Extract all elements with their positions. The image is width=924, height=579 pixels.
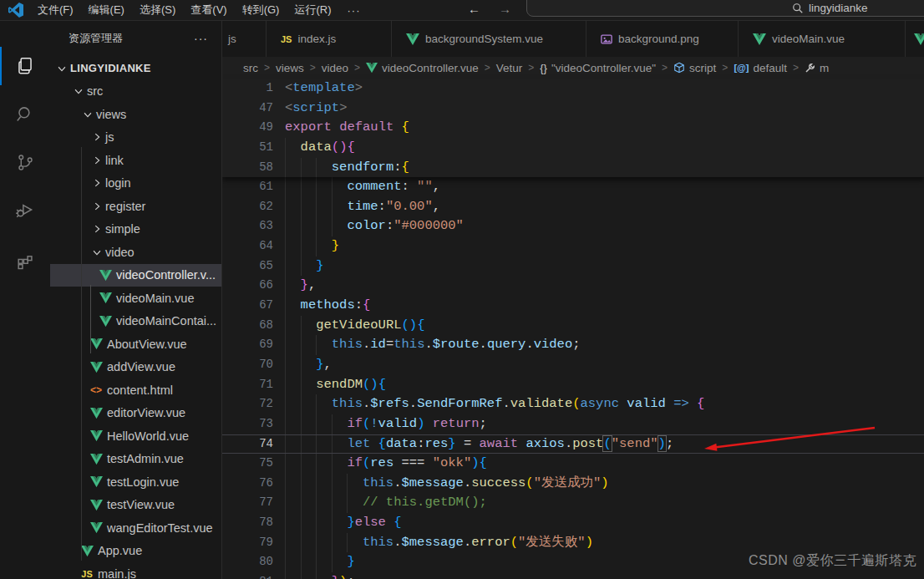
code-line-70[interactable]: 70 },	[222, 355, 924, 375]
tree-item-main-js[interactable]: JSmain.js	[50, 562, 221, 579]
code-line-74[interactable]: 74 let {data:res} = await axios.post("se…	[222, 434, 924, 455]
tree-item-register[interactable]: register	[50, 195, 221, 218]
menu-item-4[interactable]: 转到(G)	[235, 3, 287, 16]
tree-item-testadmin-vue[interactable]: testAdmin.vue	[50, 448, 221, 471]
menu-item-1[interactable]: 编辑(E)	[81, 3, 132, 16]
command-center[interactable]: lingyidianke	[792, 0, 868, 16]
code-editor[interactable]: 1<template>47<script>49export default {5…	[222, 79, 924, 579]
tree-item-lingyidianke[interactable]: LINGYIDIANKE	[50, 57, 221, 80]
tree-item-src[interactable]: src	[50, 80, 221, 104]
menu-item-0[interactable]: 文件(F)	[30, 3, 81, 16]
code-line-64[interactable]: 64 }	[222, 236, 924, 256]
tree-item-helloworld-vue[interactable]: HelloWorld.vue	[50, 424, 221, 448]
tree-item-addview-vue[interactable]: addView.vue	[50, 356, 221, 379]
breadcrumb-separator: >	[662, 62, 668, 74]
code-line-76[interactable]: 76 this.$message.success("发送成功")	[222, 474, 924, 494]
code-line-69[interactable]: 69 this.id=this.$route.query.video;	[222, 335, 924, 355]
code-line-77[interactable]: 77 // this.getDM();	[222, 493, 924, 513]
code-line-75[interactable]: 75 if(res === "okk"){	[222, 454, 924, 474]
menu-item-2[interactable]: 选择(S)	[132, 3, 183, 16]
line-number: 63	[222, 216, 285, 236]
tree-item-content-html[interactable]: <>content.html	[50, 378, 221, 402]
line-number: 66	[222, 276, 285, 296]
code-line-68[interactable]: 68 getVideoURL(){	[222, 316, 924, 336]
breadcrumb-item-6[interactable]: script	[673, 62, 716, 74]
tree-item-videomain-vue[interactable]: videoMain.vue	[50, 287, 221, 310]
line-content: <template>	[285, 79, 363, 99]
tree-item-simple[interactable]: simple	[50, 218, 221, 241]
tree-item-label: views	[96, 108, 126, 121]
breadcrumb-label: default	[753, 62, 787, 74]
tab-background-png[interactable]: background.png	[586, 21, 739, 57]
vue-file-icon	[98, 292, 113, 303]
code-line-65[interactable]: 65 }	[222, 256, 924, 277]
line-content: time:"0.00",	[285, 197, 440, 217]
tab-videomain-vue[interactable]: videoMain.vue	[739, 21, 906, 57]
code-lines[interactable]: 61 comment: "",62 time:"0.00",63 color:"…	[222, 177, 924, 579]
sidebar-title: 资源管理器	[50, 31, 194, 46]
nav-back-button[interactable]: ←	[468, 0, 480, 18]
activity-explorer-button[interactable]	[0, 47, 50, 85]
activity-search-button[interactable]	[0, 95, 50, 134]
breadcrumb-item-4[interactable]: Vetur	[496, 62, 523, 74]
img-file-icon	[601, 33, 612, 45]
vue-file-icon	[89, 430, 104, 441]
activity-run-debug-button[interactable]	[0, 190, 50, 229]
code-line-71[interactable]: 71 sendDM(){	[222, 375, 924, 395]
code-line-66[interactable]: 66 },	[222, 276, 924, 296]
code-line-81[interactable]: 81 });	[222, 572, 924, 579]
code-line-63[interactable]: 63 color:"#000000"	[222, 216, 924, 236]
menu-more-button[interactable]: ···	[338, 4, 368, 17]
tree-item-testlogin-vue[interactable]: testLogin.vue	[50, 470, 221, 494]
menu-item-3[interactable]: 查看(V)	[183, 3, 234, 16]
tree-item-testview-vue[interactable]: testView.vue	[50, 494, 221, 517]
breadcrumb-item-8[interactable]: m	[805, 62, 829, 74]
breadcrumb-item-2[interactable]: video	[322, 62, 348, 74]
breadcrumb-item-0[interactable]: src	[243, 62, 258, 74]
line-number: 71	[222, 375, 285, 395]
tree-item-link[interactable]: link	[50, 149, 221, 172]
tree-item-views[interactable]: views	[50, 103, 221, 126]
wrench-icon	[805, 63, 815, 74]
tree-item-label: register	[105, 200, 145, 213]
tab-partial[interactable]	[906, 21, 924, 57]
code-line-73[interactable]: 73 if(!valid) return;	[222, 414, 924, 434]
breadcrumb-item-7[interactable]: [@]default	[734, 62, 787, 74]
tree-item-js[interactable]: js	[50, 126, 221, 150]
tree-item-videomaincontai-[interactable]: videoMainContai...	[50, 310, 221, 333]
tab-backgroundsystem-vue[interactable]: backgroundSystem.vue	[392, 21, 586, 57]
breadcrumb-item-1[interactable]: views	[276, 62, 304, 74]
tree-item-aboutview-vue[interactable]: AboutView.vue	[50, 333, 221, 356]
line-number: 64	[222, 236, 285, 256]
code-line-79[interactable]: 79 this.$message.error("发送失败")	[222, 533, 924, 553]
code-line-61[interactable]: 61 comment: "",	[222, 177, 924, 197]
tree-item-app-vue[interactable]: App.vue	[50, 540, 221, 563]
tree-item-wangeditortest-vue[interactable]: wangEditorTest.vue	[50, 516, 221, 540]
tree-item-label: HelloWorld.vue	[107, 429, 189, 443]
breadcrumb-item-3[interactable]: videoController.vue	[366, 62, 479, 74]
tab-index-js[interactable]: JSindex.js	[267, 21, 392, 57]
menu-item-5[interactable]: 运行(R)	[287, 3, 338, 16]
line-content: data(){	[285, 138, 355, 158]
tree-item-editorview-vue[interactable]: editorView.vue	[50, 402, 221, 425]
tree-item-login[interactable]: login	[50, 172, 221, 196]
tree-item-video[interactable]: video	[50, 241, 221, 264]
nav-forward-button[interactable]: →	[499, 0, 511, 18]
breadcrumb-item-5[interactable]: {}"videoController.vue"	[540, 62, 656, 74]
tree-indent-guide-active	[90, 285, 91, 353]
code-line-67[interactable]: 67 methods:{	[222, 296, 924, 316]
code-line-72[interactable]: 72 this.$refs.SendFormRef.validate(async…	[222, 394, 924, 414]
line-content: getVideoURL(){	[285, 316, 424, 336]
code-line-78[interactable]: 78 }else {	[222, 513, 924, 533]
tab-js[interactable]: js	[222, 21, 267, 57]
activity-source-control-button[interactable]	[0, 143, 50, 181]
tree-indent-guide	[81, 147, 82, 561]
line-number: 61	[222, 177, 285, 197]
code-line-62[interactable]: 62 time:"0.00",	[222, 197, 924, 217]
activity-extensions-button[interactable]	[0, 241, 50, 279]
breadcrumb-label: script	[689, 62, 716, 74]
tree-item-videocontroller-v-[interactable]: videoController.v...	[50, 264, 221, 287]
chevron-down-icon	[55, 63, 69, 74]
sidebar-more-actions-button[interactable]: ···	[194, 32, 221, 45]
vscode-logo-icon	[8, 3, 23, 18]
